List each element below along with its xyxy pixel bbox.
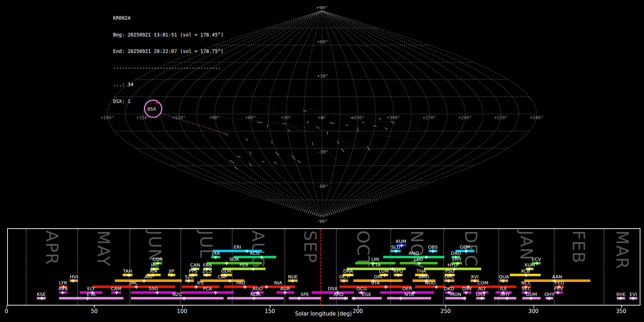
- shower-peak-nzc: +: [182, 297, 186, 300]
- map-meridian: [286, 11, 322, 217]
- meteor-trail: [272, 141, 272, 144]
- shower-bar-spe: [289, 297, 321, 299]
- shower-peak-obs: +: [431, 249, 435, 253]
- month-boundary-line: [232, 229, 233, 305]
- shower-peak-and: +: [425, 255, 428, 259]
- dsx-trail-tip: [225, 133, 228, 135]
- shower-peak-gem: +: [464, 249, 468, 253]
- x-axis-tick-label: 50: [91, 308, 98, 314]
- x-axis-tick-label: 350: [616, 308, 626, 314]
- shower-label-cta: CTA: [372, 263, 381, 267]
- x-axis-tick-label: 250: [440, 308, 451, 314]
- shower-peak-aur: +: [283, 291, 287, 294]
- month-label-sep: SEP: [301, 230, 320, 263]
- shower-bar-dsx: [312, 291, 354, 294]
- x-axis-title: Solar longitude (deg): [295, 311, 352, 317]
- shower-peak-xvi: +: [473, 279, 477, 283]
- map-longitude-label: +210°: [494, 115, 508, 120]
- shower-peak-qua: +: [501, 279, 505, 283]
- meteor-trail: [246, 138, 248, 141]
- meteor-trail: [346, 125, 348, 126]
- x-axis-tick: [533, 306, 534, 308]
- shower-bar-kcg: [234, 256, 276, 258]
- shower-label-sta: STA: [371, 280, 380, 285]
- shower-label-nta: NTA: [405, 292, 414, 297]
- map-pole-label-south: -90°: [316, 219, 327, 224]
- dsx-count: DSX: 1: [113, 99, 224, 104]
- shower-label-per: PER: [239, 263, 248, 267]
- shower-bar-nzc: [131, 297, 224, 299]
- shower-label-mon: MON: [450, 292, 461, 297]
- shower-peak-ard: +: [343, 297, 347, 300]
- x-axis-tick: [445, 306, 446, 308]
- meteor-trail: [237, 156, 240, 157]
- shower-label-spe: SPE: [301, 292, 309, 297]
- shower-peak-zcs: +: [205, 273, 209, 277]
- shower-peak-sta: +: [384, 285, 387, 289]
- shower-peak-gum: +: [529, 297, 533, 300]
- shower-bar-ege: [352, 297, 381, 299]
- map-pole-label-north: +90°: [316, 5, 327, 10]
- shower-peak-kcg: +: [260, 255, 263, 259]
- shower-peak-szc: +: [187, 279, 190, 283]
- shower-peak-cam: +: [115, 291, 118, 294]
- x-axis-tick-label: 0: [5, 308, 8, 314]
- shower-bar-sta: [340, 286, 411, 288]
- shower-peak-nue: +: [291, 279, 294, 283]
- month-boundary-line: [77, 229, 78, 305]
- shower-peak-cap: +: [228, 279, 231, 283]
- sky-projection-map: +90°-90°+60°+30°-30°-60°+180°+150°+120°+…: [0, 0, 644, 227]
- shower-label-sda: SDA: [229, 257, 239, 262]
- meteor-trail: [379, 118, 381, 119]
- month-label-mar: MAR: [613, 230, 632, 269]
- shower-peak-spe: +: [297, 297, 301, 300]
- shower-peak-eri: +: [245, 249, 249, 253]
- meteor-trail: [316, 126, 319, 128]
- meteor-trail: [341, 149, 344, 152]
- map-longitude-label: +30°: [281, 115, 292, 120]
- shower-bar-ari: [115, 279, 182, 282]
- x-axis-tick: [6, 306, 7, 308]
- map-longitude-label: +90°: [209, 115, 220, 120]
- shower-peak-lum: +: [383, 273, 386, 277]
- shower-peak-ege: +: [352, 297, 356, 300]
- shower-peak-leo: +: [417, 262, 421, 265]
- map-meridian: [322, 11, 376, 217]
- meteor-trail: [362, 122, 365, 123]
- shower-bar-jmc: [92, 286, 175, 288]
- meteor-trail: [385, 128, 388, 130]
- shower-peak-ahy: +: [505, 297, 509, 300]
- meteor-trail: [229, 160, 234, 163]
- month-boundary-line: [443, 229, 444, 305]
- shower-label-kcg: KCG: [250, 251, 260, 255]
- meteor-trail: [262, 161, 265, 163]
- meteor-trail: [257, 122, 263, 123]
- shower-bar-ipe: [182, 286, 219, 288]
- meteor-trail: [303, 111, 307, 111]
- map-latitude-label: +30°: [317, 73, 328, 79]
- month-label-jan: JAN: [517, 230, 536, 261]
- shower-label-nia: NIA: [274, 280, 282, 285]
- shower-peak-mon: +: [463, 297, 466, 300]
- meteor-trail: [312, 142, 313, 145]
- month-boundary-line: [130, 229, 130, 305]
- shower-peak-xcb: +: [524, 273, 528, 277]
- map-longitude-label: +180°: [530, 115, 543, 120]
- shower-label-ege: EGE: [362, 292, 372, 297]
- shower-peak-pau: +: [243, 285, 247, 289]
- shower-bar-ssg: [131, 291, 176, 294]
- end-time-line: End: 20250921 20:22:07 (sol = 178.75°): [113, 49, 224, 54]
- map-meridian: [322, 11, 411, 217]
- meteor-trail: [307, 121, 309, 124]
- shower-peak-sld: +: [394, 249, 398, 253]
- shower-peak-oct: +: [342, 279, 346, 283]
- map-longitude-label: +180°: [101, 115, 114, 120]
- x-axis-tick: [358, 306, 358, 308]
- month-boundary-line: [604, 229, 604, 305]
- x-axis-tick: [270, 306, 270, 308]
- shower-bar-noo: [415, 286, 445, 288]
- meteor-trail-extension: [222, 107, 386, 154]
- meteor-trail: [282, 123, 287, 124]
- x-axis-tick-label: 300: [528, 308, 538, 314]
- shower-peak-jip: +: [170, 273, 173, 277]
